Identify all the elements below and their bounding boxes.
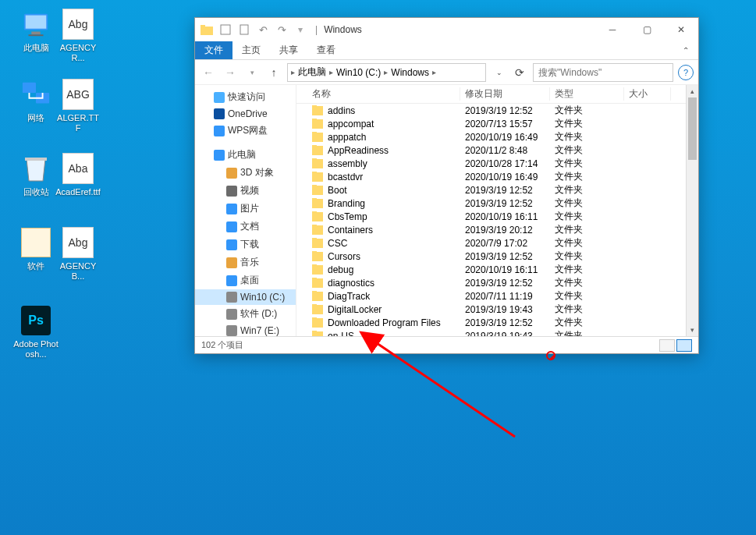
sidebar-item-disk[interactable]: Win10 (C:): [195, 289, 296, 305]
file-row[interactable]: DiagTrack2020/7/11 11:19文件夹: [296, 289, 686, 303]
desktop-icon-回收站[interactable]: 回收站: [12, 152, 59, 197]
ribbon-expand[interactable]: ⌃: [673, 41, 698, 59]
file-row[interactable]: CbsTemp2020/10/19 16:11文件夹: [296, 210, 686, 223]
file-row[interactable]: CSC2020/7/9 17:02文件夹: [296, 236, 686, 250]
file-type: 文件夹: [550, 250, 624, 263]
folder-icon: [312, 159, 323, 168]
sidebar-item-wps[interactable]: WPS网盘: [195, 122, 296, 140]
qat-divider: ▾: [293, 23, 307, 37]
file-name: DiagTrack: [328, 291, 370, 302]
desktop-icon-alger.ttf[interactable]: ABGALGER.TTF: [55, 78, 101, 133]
up-button[interactable]: ↑: [265, 64, 282, 81]
sidebar-item-3d[interactable]: 3D 对象: [195, 164, 296, 182]
maximize-button[interactable]: ▢: [630, 18, 664, 41]
sidebar-item-desk[interactable]: 桌面: [195, 271, 296, 289]
close-button[interactable]: ✕: [664, 18, 698, 41]
ribbon-tab-home[interactable]: 主页: [232, 41, 270, 59]
file-row[interactable]: debug2020/10/19 16:11文件夹: [296, 263, 686, 276]
sidebar-item-music[interactable]: 音乐: [195, 253, 296, 271]
file-row[interactable]: apppatch2020/10/19 16:49文件夹: [296, 130, 686, 143]
file-row[interactable]: Boot2019/3/19 12:52文件夹: [296, 183, 686, 197]
file-row[interactable]: diagnostics2019/3/19 12:52文件夹: [296, 276, 686, 289]
disk-icon: [226, 309, 237, 320]
file-type: 文件夹: [550, 197, 624, 210]
file-type: 文件夹: [550, 117, 624, 130]
icon-label: AGENCYB...: [55, 261, 101, 282]
desktop-icon-此电脑[interactable]: 此电脑: [12, 8, 59, 53]
desktop-icon-网络[interactable]: 网络: [12, 78, 59, 123]
recent-dropdown[interactable]: ▾: [243, 64, 261, 81]
redo-btn[interactable]: ↷: [275, 23, 289, 37]
crumb-folder[interactable]: Windows: [388, 67, 432, 78]
column-type[interactable]: 类型: [550, 87, 624, 101]
file-row[interactable]: addins2019/3/19 12:52文件夹: [296, 104, 686, 117]
sidebar-item-cloud[interactable]: OneDrive: [195, 106, 296, 122]
3d-icon: [226, 168, 237, 179]
search-input[interactable]: [538, 67, 668, 78]
sidebar-item-disk[interactable]: 软件 (D:): [195, 305, 296, 323]
crumb-pc[interactable]: 此电脑: [295, 66, 329, 79]
file-row[interactable]: Branding2019/3/19 12:52文件夹: [296, 197, 686, 210]
vertical-scrollbar[interactable]: ▴ ▾: [686, 85, 698, 336]
desktop-icon-agencyr[interactable]: AbgAGENCYR...: [55, 8, 101, 63]
column-size[interactable]: 大小: [624, 87, 671, 101]
file-name: CbsTemp: [328, 211, 367, 222]
file-row[interactable]: Downloaded Program Files2019/3/19 12:52文…: [296, 316, 686, 329]
breadcrumb-dropdown[interactable]: ⌄: [491, 64, 508, 81]
font-file-icon: Aba: [62, 153, 94, 184]
column-name[interactable]: 名称: [296, 87, 460, 101]
tree-label: 软件 (D:): [240, 307, 277, 321]
help-button[interactable]: ?: [678, 65, 694, 80]
file-row[interactable]: DigitalLocker2019/3/19 19:43文件夹: [296, 303, 686, 316]
file-type: 文件夹: [550, 157, 624, 170]
forward-button[interactable]: →: [222, 64, 239, 81]
file-row[interactable]: Cursors2019/3/19 12:52文件夹: [296, 250, 686, 263]
sidebar-item-pc[interactable]: 此电脑: [195, 146, 296, 164]
sidebar-item-dl[interactable]: 下载: [195, 236, 296, 253]
search-box[interactable]: [533, 63, 673, 82]
sidebar-item-disk[interactable]: Win7 (E:): [195, 323, 296, 336]
network-icon: [21, 80, 51, 109]
file-list[interactable]: addins2019/3/19 12:52文件夹appcompat2020/7/…: [296, 104, 686, 336]
file-row[interactable]: en-US2019/3/19 19:43文件夹: [296, 329, 686, 336]
minimize-button[interactable]: ─: [595, 18, 630, 41]
desktop-icon-软件[interactable]: 软件: [12, 226, 59, 271]
crumb-drive[interactable]: Win10 (C:): [333, 67, 384, 78]
scrollbar-thumb[interactable]: [688, 97, 697, 160]
file-type: 文件夹: [550, 236, 624, 250]
file-date: 2019/3/19 12:52: [460, 198, 550, 209]
view-thumbnails-button[interactable]: [659, 339, 675, 352]
column-date[interactable]: 修改日期: [460, 87, 550, 101]
deny-cursor-icon: [546, 351, 555, 360]
folder-icon: [312, 212, 323, 221]
file-row[interactable]: bcastdvr2020/10/19 16:49文件夹: [296, 170, 686, 183]
desktop-icon-acaderef.ttf[interactable]: AbaAcadEref.ttf: [55, 152, 101, 197]
sidebar-item-video[interactable]: 视频: [195, 182, 296, 200]
folder-icon: [312, 186, 323, 195]
refresh-button[interactable]: ⟳: [511, 64, 528, 81]
scroll-down-icon[interactable]: ▾: [687, 324, 698, 336]
file-name: AppReadiness: [328, 145, 389, 156]
file-row[interactable]: AppReadiness2020/11/2 8:48文件夹: [296, 143, 686, 157]
star-icon: [214, 92, 225, 103]
desktop-icon-adobe photosh[interactable]: PsAdobe Photosh...: [12, 304, 59, 360]
ribbon-tab-share[interactable]: 共享: [270, 41, 307, 59]
sidebar-item-star[interactable]: 快速访问: [195, 88, 296, 106]
desktop-icon-agencyb[interactable]: AbgAGENCYB...: [55, 226, 101, 282]
sidebar-item-doc[interactable]: 文档: [195, 218, 296, 236]
view-details-button[interactable]: [676, 339, 692, 352]
sidebar-item-pic[interactable]: 图片: [195, 200, 296, 218]
back-button[interactable]: ←: [200, 64, 217, 81]
file-type: 文件夹: [550, 223, 624, 236]
properties-btn[interactable]: [218, 23, 232, 37]
scroll-up-icon[interactable]: ▴: [687, 85, 698, 97]
breadcrumb[interactable]: ▸ 此电脑 ▸ Win10 (C:) ▸ Windows ▸: [287, 63, 486, 82]
file-row[interactable]: Containers2019/3/19 20:12文件夹: [296, 223, 686, 236]
ribbon-tab-file[interactable]: 文件: [195, 41, 232, 59]
file-row[interactable]: assembly2020/10/28 17:14文件夹: [296, 157, 686, 170]
paste-btn[interactable]: [237, 23, 251, 37]
ribbon-tab-view[interactable]: 查看: [307, 41, 345, 59]
file-row[interactable]: appcompat2020/7/13 15:57文件夹: [296, 117, 686, 130]
file-type: 文件夹: [550, 289, 624, 303]
undo-btn[interactable]: ↶: [256, 23, 270, 37]
